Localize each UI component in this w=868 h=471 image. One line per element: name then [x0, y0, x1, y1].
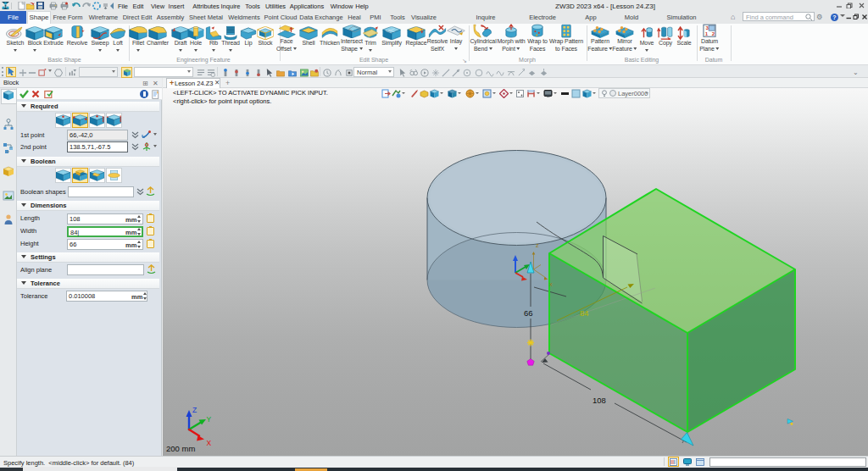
- svg-text:1: 1: [705, 30, 709, 36]
- svg-text:66: 66: [524, 308, 533, 318]
- svg-text:Y: Y: [207, 415, 212, 424]
- svg-text:108: 108: [593, 396, 606, 405]
- svg-text:3: 3: [706, 25, 709, 30]
- svg-text:z: z: [536, 241, 539, 249]
- svg-text:Z: Z: [192, 406, 197, 414]
- svg-text:84: 84: [580, 308, 589, 318]
- svg-text:x: x: [549, 280, 553, 288]
- svg-text:2: 2: [712, 30, 715, 36]
- svg-text:X: X: [207, 439, 212, 447]
- svg-text:200 mm: 200 mm: [166, 444, 195, 453]
